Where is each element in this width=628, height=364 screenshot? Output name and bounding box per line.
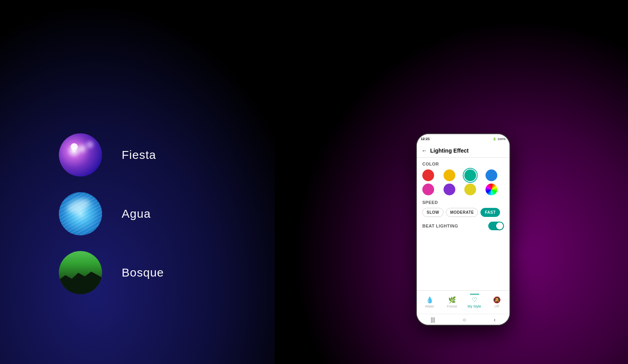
mystyle-icon: ♡ bbox=[472, 296, 477, 304]
status-time: 12:21 bbox=[421, 137, 430, 141]
water-icon: 💧 bbox=[426, 296, 434, 304]
speed-buttons: SLOW MODERATE FAST bbox=[422, 208, 504, 217]
effect-item-bosque[interactable]: Bosque bbox=[59, 251, 164, 294]
color-blue[interactable] bbox=[486, 169, 497, 181]
off-icon: 🔕 bbox=[493, 296, 501, 304]
effect-item-agua[interactable]: Agua bbox=[59, 192, 164, 235]
color-teal[interactable] bbox=[464, 169, 476, 181]
beat-lighting-toggle[interactable] bbox=[488, 222, 504, 230]
battery-level: 100% bbox=[498, 137, 506, 141]
phone-screen: 12:21 🔋 100% ← Lighting Effect COLOR bbox=[417, 134, 509, 325]
nav-mystyle-label: My Style bbox=[467, 304, 481, 308]
android-nav-bar: ||| ○ ‹ bbox=[417, 314, 509, 325]
agua-circle bbox=[59, 192, 102, 235]
effect-item-fiesta[interactable]: Fiesta bbox=[59, 133, 164, 177]
nav-water[interactable]: 💧 Water bbox=[418, 294, 441, 311]
speed-moderate[interactable]: MODERATE bbox=[446, 208, 478, 217]
status-bar: 12:21 🔋 100% bbox=[417, 134, 509, 144]
nav-off-label: Off bbox=[495, 304, 499, 308]
status-right: 🔋 100% bbox=[493, 137, 506, 141]
bosque-circle bbox=[59, 251, 102, 294]
phone: 12:21 🔋 100% ← Lighting Effect COLOR bbox=[416, 133, 510, 326]
color-grid bbox=[422, 169, 504, 195]
color-yellow[interactable] bbox=[444, 169, 455, 181]
android-home-btn[interactable]: ○ bbox=[463, 317, 466, 323]
android-recent-btn[interactable]: ||| bbox=[431, 317, 435, 323]
effects-list: Fiesta Agua Bosque bbox=[59, 133, 164, 294]
speed-fast[interactable]: FAST bbox=[480, 208, 500, 217]
color-section-label: COLOR bbox=[422, 162, 504, 166]
color-yellow2[interactable] bbox=[464, 184, 476, 195]
nav-water-label: Water bbox=[425, 304, 434, 308]
back-button[interactable]: ← bbox=[422, 147, 427, 154]
color-red[interactable] bbox=[422, 169, 434, 181]
battery-icon: 🔋 bbox=[493, 137, 497, 141]
agua-label: Agua bbox=[122, 207, 151, 220]
forest-icon: 🌿 bbox=[448, 296, 456, 304]
app-header: ← Lighting Effect bbox=[417, 144, 509, 158]
page-title: Lighting Effect bbox=[430, 147, 469, 154]
beat-lighting-label: BEAT LIGHTING bbox=[422, 224, 458, 228]
app-content: COLOR SPEED SLOW bbox=[417, 158, 509, 290]
nav-mystyle[interactable]: ♡ My Style bbox=[463, 294, 486, 311]
color-pink[interactable] bbox=[422, 184, 434, 195]
android-back-btn[interactable]: ‹ bbox=[494, 317, 496, 323]
nav-forest-label: Forest bbox=[447, 304, 457, 308]
fiesta-circle bbox=[59, 133, 102, 177]
bottom-nav: 💧 Water 🌿 Forest ♡ My Style 🔕 Off bbox=[417, 290, 509, 314]
speed-section-label: SPEED bbox=[422, 200, 504, 205]
nav-forest[interactable]: 🌿 Forest bbox=[441, 294, 463, 311]
fiesta-label: Fiesta bbox=[122, 148, 156, 162]
speed-slow[interactable]: SLOW bbox=[422, 208, 444, 217]
nav-off[interactable]: 🔕 Off bbox=[486, 294, 508, 311]
bosque-label: Bosque bbox=[122, 266, 164, 279]
speed-section: SPEED SLOW MODERATE FAST bbox=[422, 200, 504, 217]
color-multicolor[interactable] bbox=[486, 184, 497, 195]
color-purple[interactable] bbox=[444, 184, 455, 195]
beat-lighting-row: BEAT LIGHTING bbox=[422, 222, 504, 230]
phone-container: 12:21 🔋 100% ← Lighting Effect COLOR bbox=[416, 133, 510, 326]
